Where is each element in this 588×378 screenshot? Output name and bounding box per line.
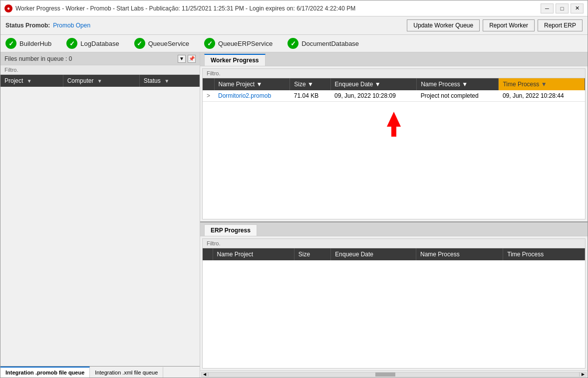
col-erp-name-project-label: Name Project (217, 251, 254, 258)
documentdatabase-label: DocumentDatabase (301, 40, 359, 47)
scrollbar-thumb[interactable] (375, 373, 395, 377)
row-size: 71.04 KB (290, 90, 330, 102)
services-bar: ✓ BuilderHub ✓ LogDatabase ✓ QueueServic… (0, 35, 588, 52)
app-icon: ● (4, 4, 12, 12)
row-name-process: Project not completed (417, 90, 499, 102)
report-erp-button[interactable]: Report ERP (538, 19, 583, 31)
worker-filter-label: Filtro. (207, 70, 221, 76)
service-queueerpservice: ✓ QueueERPService (204, 38, 273, 49)
row-name-project: Dormitorio2.promob (214, 90, 290, 102)
col-erp-expand (203, 248, 213, 260)
scroll-left-button[interactable]: ◀ (201, 372, 208, 377)
col-erp-name-project[interactable]: Name Project (213, 248, 294, 260)
main-window: ● Worker Progress - Worker - Promob - St… (0, 0, 588, 378)
close-button[interactable]: ✕ (571, 3, 584, 13)
col-erp-enqueue-date[interactable]: Enqueue Date (331, 248, 416, 260)
worker-progress-inner: Filtro. Name Project ▼ (202, 68, 586, 219)
service-builderhub: ✓ BuilderHub (5, 38, 51, 49)
tab-worker-progress[interactable]: Worker Progress (204, 54, 266, 66)
title-text: Worker Progress - Worker - Promob - Star… (15, 5, 355, 12)
col-wp-time-process[interactable]: Time Process ▼ (499, 78, 585, 90)
tab-erp-progress-label: ERP Progress (211, 227, 251, 234)
row-enqueue-date: 09, Jun, 2022 10:28:09 (330, 90, 417, 102)
update-worker-queue-button[interactable]: Update Worker Queue (407, 19, 480, 31)
col-status[interactable]: Status ▼ (139, 75, 199, 87)
left-table-tabs: Integration .promob file queue Integrati… (0, 366, 200, 378)
col-erp-time-process[interactable]: Time Process (503, 248, 585, 260)
col-wp-expand (203, 78, 214, 90)
left-data-table: Project ▼ Computer ▼ Status ▼ (0, 75, 200, 87)
main-content: Files number in queue : 0 ▼ 📌 Filtro. Pr… (0, 52, 588, 378)
logdatabase-label: LogDatabase (80, 40, 119, 47)
queueservice-label: QueueService (148, 40, 189, 47)
status-area: Status Promob: Promob Open (5, 22, 90, 29)
col-wp-enqueue-date-label: Enqueue Date (335, 81, 373, 88)
col-erp-name-process[interactable]: Name Process (416, 248, 503, 260)
scrollbar-track[interactable] (208, 372, 580, 377)
arrow-indicator-container (203, 102, 585, 147)
maximize-button[interactable]: □ (556, 3, 569, 13)
col-wp-name-project-label: Name Project (219, 81, 255, 88)
wp-name-process-filter-icon[interactable]: ▼ (462, 81, 468, 88)
erp-progress-inner: Filtro. Name Project (202, 238, 586, 369)
worker-filter-row: Filtro. (203, 69, 585, 78)
col-erp-size[interactable]: Size (294, 248, 330, 260)
right-panel: Worker Progress Filtro. (200, 52, 588, 378)
wp-name-project-filter-icon[interactable]: ▼ (257, 81, 263, 88)
title-bar-left: ● Worker Progress - Worker - Promob - St… (4, 4, 355, 12)
erp-scrollbar[interactable]: ◀ ▶ (200, 371, 588, 378)
erp-progress-section: ERP Progress Filtro. (200, 222, 588, 378)
col-wp-enqueue-date[interactable]: Enqueue Date ▼ (330, 78, 417, 90)
table-row: > Dormitorio2.promob 71.04 KB 09, Jun, 2… (203, 90, 585, 102)
col-wp-size-label: Size (294, 81, 305, 88)
wp-size-filter-icon[interactable]: ▼ (307, 81, 313, 88)
builderhub-label: BuilderHub (19, 40, 51, 47)
col-computer[interactable]: Computer ▼ (63, 75, 139, 87)
wp-enqueue-date-filter-icon[interactable]: ▼ (375, 81, 381, 88)
erp-tab-bar: ERP Progress (200, 222, 588, 236)
col-wp-size[interactable]: Size ▼ (290, 78, 330, 90)
col-erp-enqueue-date-label: Enqueue Date (335, 251, 373, 258)
row-time-process: 09, Jun, 2022 10:28:44 (499, 90, 585, 102)
panel-pin-button[interactable]: 📌 (188, 55, 196, 63)
col-erp-time-process-label: Time Process (507, 251, 544, 258)
worker-progress-body: Filtro. Name Project ▼ (200, 66, 588, 221)
panel-dropdown-button[interactable]: ▼ (178, 55, 186, 63)
tab-erp-progress[interactable]: ERP Progress (204, 224, 257, 236)
computer-filter-icon[interactable]: ▼ (97, 78, 102, 84)
row-expand[interactable]: > (203, 90, 214, 102)
left-table-container[interactable]: Project ▼ Computer ▼ Status ▼ (0, 75, 200, 366)
left-panel: Files number in queue : 0 ▼ 📌 Filtro. Pr… (0, 52, 200, 378)
builderhub-check-icon: ✓ (5, 38, 16, 49)
panel-controls: ▼ 📌 (178, 55, 196, 63)
status-label: Status Promob: (5, 22, 50, 29)
worker-progress-section: Filtro. Name Project ▼ (200, 66, 588, 222)
minimize-button[interactable]: ─ (541, 3, 554, 13)
col-wp-name-project[interactable]: Name Project ▼ (214, 78, 290, 90)
service-logdatabase: ✓ LogDatabase (66, 38, 119, 49)
report-worker-button[interactable]: Report Worker (483, 19, 535, 31)
project-filter-icon[interactable]: ▼ (27, 78, 32, 84)
tab-xml-file-queue[interactable]: Integration .xml file queue (90, 367, 163, 378)
tab-promob-file-queue[interactable]: Integration .promob file queue (0, 367, 90, 378)
col-wp-time-process-label: Time Process (503, 81, 539, 88)
title-bar: ● Worker Progress - Worker - Promob - St… (0, 0, 588, 16)
scroll-right-button[interactable]: ▶ (580, 372, 587, 377)
right-tab-header: Worker Progress (200, 52, 588, 66)
documentdatabase-check-icon: ✓ (288, 38, 298, 49)
status-filter-icon[interactable]: ▼ (164, 78, 169, 84)
col-wp-name-process[interactable]: Name Process ▼ (417, 78, 499, 90)
col-wp-name-process-label: Name Process (421, 81, 460, 88)
left-filter-row: Filtro. (0, 65, 200, 75)
erp-filter-row: Filtro. (203, 239, 585, 248)
col-status-label: Status (144, 77, 161, 84)
left-filter-label: Filtro. (4, 67, 18, 73)
worker-progress-table: Name Project ▼ Size ▼ Enqueu (203, 78, 585, 102)
service-documentdatabase: ✓ DocumentDatabase (288, 38, 359, 49)
col-project[interactable]: Project ▼ (0, 75, 63, 87)
queueerpservice-label: QueueERPService (218, 40, 273, 47)
wp-time-process-filter-icon[interactable]: ▼ (541, 81, 547, 88)
files-queue-label: Files number in queue : 0 (4, 55, 72, 62)
col-erp-name-process-label: Name Process (420, 251, 460, 258)
logdatabase-check-icon: ✓ (66, 38, 77, 49)
